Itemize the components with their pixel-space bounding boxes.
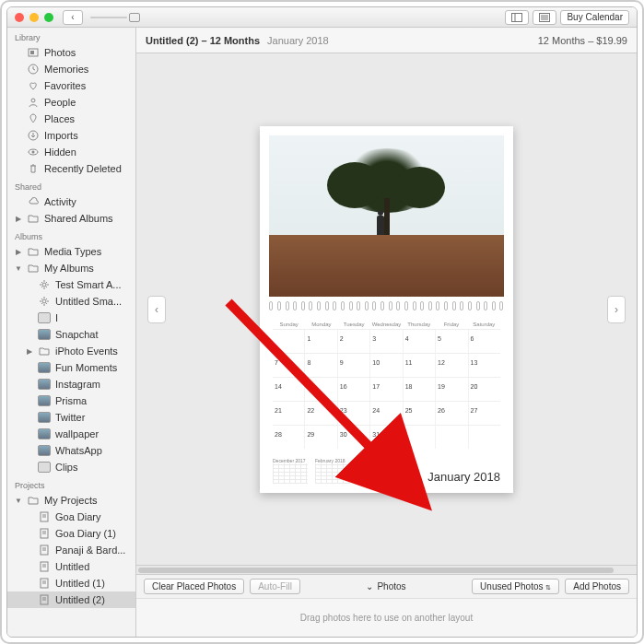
sidebar-item[interactable]: ▶Hidden — [7, 144, 135, 160]
sidebar-item-label: Test Smart A... — [55, 279, 122, 290]
sidebar-item[interactable]: ▶Recently Deleted — [7, 160, 135, 177]
calendar-grid: SundayMondayTuesdayWednesdayThursdayFrid… — [273, 320, 500, 449]
disclosure-icon[interactable]: ▼ — [15, 497, 22, 505]
zoom-icon[interactable] — [44, 13, 53, 22]
sidebar-item[interactable]: ▶Favorites — [7, 77, 135, 94]
buy-calendar-button[interactable]: Buy Calendar — [560, 10, 629, 25]
gray-icon — [38, 462, 51, 473]
main-area: Untitled (2) – 12 Months January 2018 12… — [136, 28, 637, 637]
sidebar-item-label: Untitled — [55, 561, 89, 572]
svg-point-14 — [42, 299, 46, 303]
thumb-icon — [38, 428, 51, 439]
autofill-button[interactable]: Auto-Fill — [250, 579, 300, 594]
sidebar-item-label: Favorites — [44, 80, 86, 91]
page-icon — [38, 578, 51, 589]
sidebar-item[interactable]: ▶Media Types — [7, 243, 135, 260]
minimize-icon[interactable] — [29, 13, 39, 22]
prev-page-button[interactable]: ‹ — [147, 296, 166, 323]
page-icon — [38, 528, 51, 539]
page-icon — [38, 561, 51, 572]
sidebar-item[interactable]: ▶Twitter — [7, 409, 135, 426]
gear-icon — [38, 296, 51, 307]
sidebar-item-label: Prisma — [55, 395, 87, 406]
sidebar-item-label: Goa Diary (1) — [55, 528, 116, 539]
sidebar-item-label: Clips — [55, 462, 77, 473]
calendar-preview[interactable]: SundayMondayTuesdayWednesdayThursdayFrid… — [260, 126, 513, 493]
sidebar-item[interactable]: ▼My Albums — [7, 260, 135, 276]
sidebar-item[interactable]: ▶I — [7, 310, 135, 326]
unused-photos-select[interactable]: Unused Photos ⇅ — [472, 579, 559, 594]
project-price: 12 Months – $19.99 — [538, 35, 627, 46]
eye-icon — [27, 146, 40, 158]
trash-icon — [27, 163, 40, 174]
cloud-icon — [27, 196, 40, 207]
sidebar-item[interactable]: ▶Instagram — [7, 376, 135, 392]
sidebar-item[interactable]: ▶iPhoto Events — [7, 343, 135, 359]
pin-icon — [27, 113, 40, 124]
add-photos-button[interactable]: Add Photos — [565, 579, 629, 594]
close-icon[interactable] — [15, 13, 24, 22]
options-button[interactable]: Options — [360, 466, 412, 484]
clear-placed-button[interactable]: Clear Placed Photos — [144, 579, 244, 594]
sidebar-item[interactable]: ▶Test Smart A... — [7, 276, 135, 293]
sidebar-item[interactable]: ▶Imports — [7, 127, 135, 144]
zoom-slider[interactable] — [90, 13, 140, 22]
sidebar-item-label: I — [55, 312, 58, 323]
sidebar-item-label: Photos — [44, 47, 76, 58]
thumb-icon — [38, 395, 51, 406]
sidebar-toggle-button[interactable] — [505, 10, 529, 25]
bottom-toolbar: Clear Placed Photos Auto-Fill ⌄ Photos U… — [136, 574, 637, 598]
sidebar-item[interactable]: ▶Photos — [7, 44, 135, 61]
info-toggle-button[interactable] — [533, 10, 556, 25]
sidebar-item[interactable]: ▶Activity — [7, 193, 135, 210]
sidebar-item[interactable]: ▶Snapchat — [7, 326, 135, 343]
disclosure-icon[interactable]: ▶ — [15, 215, 22, 223]
sidebar-item[interactable]: ▶Untitled (2) — [7, 591, 135, 608]
sidebar-item[interactable]: ▶Untitled (1) — [7, 575, 135, 591]
page-icon — [38, 511, 51, 522]
thumb-icon — [38, 362, 51, 373]
disclosure-icon[interactable]: ▶ — [26, 347, 33, 356]
sidebar-item[interactable]: ▶People — [7, 94, 135, 111]
sidebar-item-label: Memories — [44, 64, 88, 75]
sidebar-item[interactable]: ▼My Projects — [7, 492, 135, 509]
thumb-icon — [38, 445, 51, 456]
sidebar-item[interactable]: ▶Untitled Sma... — [7, 293, 135, 310]
sidebar-item[interactable]: ▶Clips — [7, 459, 135, 475]
section-projects: Projects — [7, 475, 135, 492]
sidebar-item-label: Media Types — [44, 246, 101, 257]
sidebar-item[interactable]: ▶Prisma — [7, 392, 135, 409]
disclosure-icon[interactable]: ▼ — [15, 264, 22, 273]
sidebar-item[interactable]: ▶wallpaper — [7, 426, 135, 442]
sidebar-item[interactable]: ▶Goa Diary (1) — [7, 525, 135, 542]
thumb-icon — [38, 412, 51, 423]
sidebar-item[interactable]: ▶Goa Diary — [7, 509, 135, 525]
sidebar-item[interactable]: ▶WhatsApp — [7, 442, 135, 459]
sidebar-item[interactable]: ▶Shared Albums — [7, 210, 135, 227]
sidebar-item-label: wallpaper — [55, 428, 99, 439]
next-page-button[interactable]: › — [607, 296, 626, 323]
canvas: ‹ › Sunday — [136, 53, 637, 565]
disclosure-icon[interactable]: ▶ — [15, 248, 22, 256]
section-library: Library — [7, 28, 135, 44]
back-button[interactable]: ‹ — [63, 10, 83, 25]
content-header: Untitled (2) – 12 Months January 2018 12… — [136, 28, 637, 53]
sidebar-item-label: Goa Diary — [55, 511, 101, 522]
window-controls — [15, 13, 53, 22]
sidebar-item[interactable]: ▶Untitled — [7, 558, 135, 575]
sidebar-item-label: Recently Deleted — [44, 163, 122, 174]
sidebar-item[interactable]: ▶Panaji & Bard... — [7, 542, 135, 558]
sidebar-item[interactable]: ▶Fun Moments — [7, 359, 135, 376]
photo-drop-area[interactable]: Drag photos here to use on another layou… — [136, 598, 637, 637]
album-icon — [27, 246, 40, 257]
month-label: January 2018 — [427, 470, 500, 484]
thumb-icon — [38, 379, 51, 390]
sidebar-item-label: Twitter — [55, 412, 85, 423]
sidebar-item-label: Imports — [44, 130, 78, 141]
photos-toggle[interactable]: ⌄ Photos — [366, 581, 405, 591]
sidebar-item[interactable]: ▶Memories — [7, 61, 135, 77]
calendar-photo[interactable] — [269, 135, 504, 297]
sidebar-item[interactable]: ▶Places — [7, 111, 135, 127]
horizontal-scrollbar[interactable] — [136, 565, 637, 574]
photos-icon — [27, 47, 40, 58]
